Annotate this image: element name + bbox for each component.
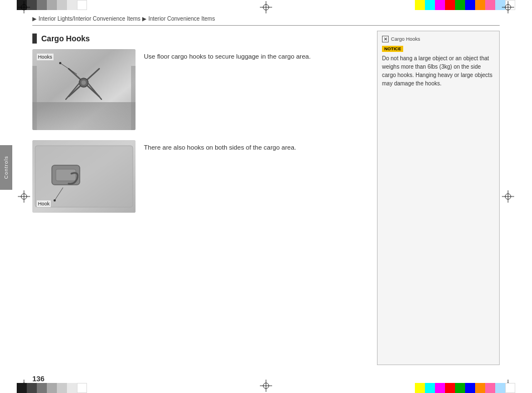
swatch (505, 383, 515, 393)
swatch (415, 0, 425, 10)
color-swatches-bottom-right (415, 383, 515, 393)
breadcrumb: ▶ Interior Lights/Interior Convenience I… (32, 16, 215, 22)
swatch (415, 383, 425, 393)
swatch (435, 0, 445, 10)
reg-mark-center-left (18, 190, 30, 203)
svg-point-26 (59, 62, 61, 64)
image-label-hook: Hook (37, 200, 51, 207)
swatch (455, 383, 465, 393)
svg-point-33 (54, 199, 56, 202)
section-title: Cargo Hooks (41, 34, 90, 43)
image-label-hooks: Hooks (37, 54, 54, 60)
notice-icon: ✕ (382, 36, 389, 42)
svg-rect-18 (131, 66, 136, 130)
swatch (485, 0, 495, 10)
swatch (77, 0, 87, 10)
swatch (67, 0, 77, 10)
left-column: Cargo Hooks (32, 31, 371, 365)
reg-mark-top-right (502, 1, 514, 13)
notice-section-title: ✕ Cargo Hooks (382, 36, 495, 42)
image-text-2: There are also hooks on both sides of th… (144, 140, 371, 152)
color-swatches-bottom-left (17, 383, 87, 393)
breadcrumb-part1: Interior Lights/Interior Convenience Ite… (38, 16, 141, 22)
cargo-hooks-svg (32, 49, 136, 130)
sidebar-tab: Controls (0, 145, 12, 190)
swatch (47, 0, 57, 10)
swatch (37, 0, 47, 10)
color-swatches-right (415, 0, 515, 10)
swatch (425, 0, 435, 10)
swatch (445, 0, 455, 10)
swatch (17, 383, 27, 393)
reg-mark-top-center (260, 1, 272, 13)
swatch (475, 383, 485, 393)
breadcrumb-part2: Interior Convenience Items (148, 16, 215, 22)
swatch (465, 0, 475, 10)
notice-title-text: Cargo Hooks (391, 36, 420, 42)
swatch (425, 383, 435, 393)
swatch (67, 383, 77, 393)
breadcrumb-separator: ▶ (142, 16, 147, 22)
swatch (37, 383, 47, 393)
swatch (435, 383, 445, 393)
svg-rect-29 (35, 146, 133, 207)
svg-point-22 (81, 80, 86, 85)
svg-rect-31 (56, 169, 76, 181)
swatch (77, 383, 87, 393)
notice-badge: NOTICE (382, 46, 403, 52)
swatch (57, 383, 67, 393)
color-bar-bottom (0, 383, 532, 393)
swatch (445, 383, 455, 393)
sidebar-label: Controls (3, 156, 9, 179)
reg-mark-center-right (502, 190, 514, 203)
image-block-1: Hooks Use floor cargo hooks to secure lu… (32, 49, 371, 130)
image-text-1: Use floor cargo hooks to secure luggage … (144, 49, 371, 61)
swatch (465, 383, 475, 393)
swatch (455, 0, 465, 10)
svg-rect-17 (32, 66, 37, 130)
page-number: 136 (32, 375, 45, 383)
breadcrumb-arrow: ▶ (32, 16, 37, 22)
cargo-image-2: Hook (32, 140, 136, 213)
reg-mark-top-left (18, 1, 30, 13)
notice-box: ✕ Cargo Hooks NOTICE Do not hang a large… (377, 31, 500, 365)
cargo-image-1: Hooks (32, 49, 136, 130)
image-block-2: Hook There are also hooks on both sides … (32, 140, 371, 213)
top-rule (32, 25, 500, 26)
swatch (47, 383, 57, 393)
section-bar (32, 33, 37, 44)
swatch (495, 383, 505, 393)
swatch (27, 383, 37, 393)
notice-text: Do not hang a large object or an object … (382, 54, 495, 88)
section-header: Cargo Hooks (32, 33, 371, 44)
swatch (485, 383, 495, 393)
swatch (57, 0, 67, 10)
swatch (475, 0, 485, 10)
svg-rect-16 (32, 102, 136, 130)
main-content: Cargo Hooks (32, 31, 500, 365)
